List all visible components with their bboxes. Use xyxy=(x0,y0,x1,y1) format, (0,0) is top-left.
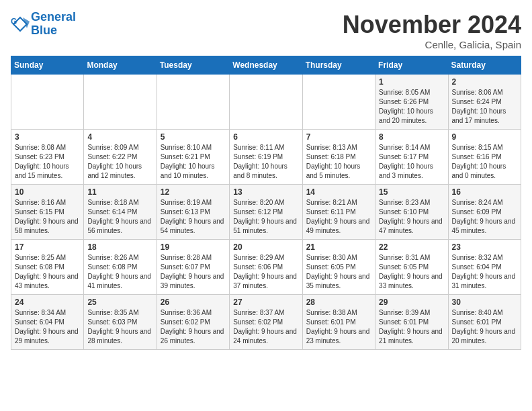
day-number: 12 xyxy=(161,187,226,197)
day-info: Sunrise: 8:39 AM Sunset: 6:01 PM Dayligh… xyxy=(379,308,444,346)
table-row: 20Sunrise: 8:29 AM Sunset: 6:06 PM Dayli… xyxy=(230,240,302,295)
day-number: 28 xyxy=(306,298,371,307)
day-info: Sunrise: 8:29 AM Sunset: 6:06 PM Dayligh… xyxy=(233,253,298,291)
day-info: Sunrise: 8:24 AM Sunset: 6:09 PM Dayligh… xyxy=(452,198,517,236)
table-row: 15Sunrise: 8:23 AM Sunset: 6:10 PM Dayli… xyxy=(375,185,448,240)
day-number: 3 xyxy=(15,132,80,142)
day-number: 15 xyxy=(379,187,444,197)
day-number: 18 xyxy=(87,242,152,252)
col-saturday: Saturday xyxy=(448,56,521,75)
day-info: Sunrise: 8:37 AM Sunset: 6:02 PM Dayligh… xyxy=(233,308,298,346)
day-number: 13 xyxy=(233,187,298,197)
location: Cenlle, Galicia, Spain xyxy=(343,39,521,50)
day-number: 26 xyxy=(161,298,226,307)
day-number: 1 xyxy=(379,77,444,87)
table-row: 9Sunrise: 8:15 AM Sunset: 6:16 PM Daylig… xyxy=(448,130,521,185)
day-info: Sunrise: 8:19 AM Sunset: 6:13 PM Dayligh… xyxy=(161,198,226,236)
col-thursday: Thursday xyxy=(302,56,375,75)
table-row xyxy=(157,75,229,130)
day-info: Sunrise: 8:10 AM Sunset: 6:21 PM Dayligh… xyxy=(161,143,226,181)
day-info: Sunrise: 8:15 AM Sunset: 6:16 PM Dayligh… xyxy=(452,143,517,181)
table-row: 4Sunrise: 8:09 AM Sunset: 6:22 PM Daylig… xyxy=(84,130,157,185)
table-row: 16Sunrise: 8:24 AM Sunset: 6:09 PM Dayli… xyxy=(448,185,521,240)
day-info: Sunrise: 8:05 AM Sunset: 6:26 PM Dayligh… xyxy=(379,88,444,126)
table-row: 21Sunrise: 8:30 AM Sunset: 6:05 PM Dayli… xyxy=(302,240,375,295)
day-info: Sunrise: 8:30 AM Sunset: 6:05 PM Dayligh… xyxy=(306,253,371,291)
day-number: 6 xyxy=(233,132,298,142)
logo-line1: General xyxy=(31,10,76,24)
col-wednesday: Wednesday xyxy=(230,56,302,75)
table-row: 18Sunrise: 8:26 AM Sunset: 6:08 PM Dayli… xyxy=(84,240,157,295)
table-row: 28Sunrise: 8:38 AM Sunset: 6:01 PM Dayli… xyxy=(302,295,375,350)
day-number: 20 xyxy=(233,242,298,252)
day-info: Sunrise: 8:26 AM Sunset: 6:08 PM Dayligh… xyxy=(87,253,152,291)
table-row: 2Sunrise: 8:06 AM Sunset: 6:24 PM Daylig… xyxy=(448,75,521,130)
day-info: Sunrise: 8:34 AM Sunset: 6:04 PM Dayligh… xyxy=(15,308,80,346)
day-info: Sunrise: 8:18 AM Sunset: 6:14 PM Dayligh… xyxy=(87,198,152,236)
day-info: Sunrise: 8:09 AM Sunset: 6:22 PM Dayligh… xyxy=(87,143,152,181)
day-info: Sunrise: 8:36 AM Sunset: 6:02 PM Dayligh… xyxy=(161,308,226,346)
table-row: 14Sunrise: 8:21 AM Sunset: 6:11 PM Dayli… xyxy=(302,185,375,240)
day-info: Sunrise: 8:28 AM Sunset: 6:07 PM Dayligh… xyxy=(161,253,226,291)
day-number: 14 xyxy=(306,187,371,197)
table-row xyxy=(84,75,157,130)
calendar-week-row: 24Sunrise: 8:34 AM Sunset: 6:04 PM Dayli… xyxy=(11,295,521,350)
table-row xyxy=(302,75,375,130)
page-header: G General Blue November 2024 Cenlle, Gal… xyxy=(11,11,521,50)
col-sunday: Sunday xyxy=(11,56,84,75)
table-row: 6Sunrise: 8:11 AM Sunset: 6:19 PM Daylig… xyxy=(230,130,302,185)
day-info: Sunrise: 8:14 AM Sunset: 6:17 PM Dayligh… xyxy=(379,143,444,181)
day-info: Sunrise: 8:38 AM Sunset: 6:01 PM Dayligh… xyxy=(306,308,371,346)
day-info: Sunrise: 8:40 AM Sunset: 6:01 PM Dayligh… xyxy=(452,308,517,346)
day-number: 16 xyxy=(452,187,517,197)
day-number: 17 xyxy=(15,242,80,252)
day-number: 5 xyxy=(161,132,226,142)
day-number: 9 xyxy=(452,132,517,142)
calendar-week-row: 10Sunrise: 8:16 AM Sunset: 6:15 PM Dayli… xyxy=(11,185,521,240)
table-row: 7Sunrise: 8:13 AM Sunset: 6:18 PM Daylig… xyxy=(302,130,375,185)
day-info: Sunrise: 8:23 AM Sunset: 6:10 PM Dayligh… xyxy=(379,198,444,236)
day-info: Sunrise: 8:35 AM Sunset: 6:03 PM Dayligh… xyxy=(87,308,152,346)
day-number: 19 xyxy=(161,242,226,252)
day-number: 21 xyxy=(306,242,371,252)
table-row: 12Sunrise: 8:19 AM Sunset: 6:13 PM Dayli… xyxy=(157,185,229,240)
calendar-week-row: 17Sunrise: 8:25 AM Sunset: 6:08 PM Dayli… xyxy=(11,240,521,295)
logo: G General Blue xyxy=(11,11,76,38)
day-number: 30 xyxy=(452,298,517,307)
day-number: 8 xyxy=(379,132,444,142)
logo-line2: Blue xyxy=(31,24,57,37)
day-number: 22 xyxy=(379,242,444,252)
table-row: 27Sunrise: 8:37 AM Sunset: 6:02 PM Dayli… xyxy=(230,295,302,350)
table-row: 23Sunrise: 8:32 AM Sunset: 6:04 PM Dayli… xyxy=(448,240,521,295)
day-number: 7 xyxy=(306,132,371,142)
col-monday: Monday xyxy=(84,56,157,75)
table-row: 24Sunrise: 8:34 AM Sunset: 6:04 PM Dayli… xyxy=(11,295,84,350)
table-row: 29Sunrise: 8:39 AM Sunset: 6:01 PM Dayli… xyxy=(375,295,448,350)
table-row: 13Sunrise: 8:20 AM Sunset: 6:12 PM Dayli… xyxy=(230,185,302,240)
day-info: Sunrise: 8:13 AM Sunset: 6:18 PM Dayligh… xyxy=(306,143,371,181)
day-number: 25 xyxy=(87,298,152,307)
col-friday: Friday xyxy=(375,56,448,75)
logo-icon: G xyxy=(11,15,30,34)
table-row: 11Sunrise: 8:18 AM Sunset: 6:14 PM Dayli… xyxy=(84,185,157,240)
day-info: Sunrise: 8:21 AM Sunset: 6:11 PM Dayligh… xyxy=(306,198,371,236)
table-row: 30Sunrise: 8:40 AM Sunset: 6:01 PM Dayli… xyxy=(448,295,521,350)
table-row: 5Sunrise: 8:10 AM Sunset: 6:21 PM Daylig… xyxy=(157,130,229,185)
table-row: 25Sunrise: 8:35 AM Sunset: 6:03 PM Dayli… xyxy=(84,295,157,350)
table-row: 1Sunrise: 8:05 AM Sunset: 6:26 PM Daylig… xyxy=(375,75,448,130)
day-number: 11 xyxy=(87,187,152,197)
calendar-week-row: 3Sunrise: 8:08 AM Sunset: 6:23 PM Daylig… xyxy=(11,130,521,185)
day-info: Sunrise: 8:25 AM Sunset: 6:08 PM Dayligh… xyxy=(15,253,80,291)
title-block: November 2024 Cenlle, Galicia, Spain xyxy=(343,11,521,50)
table-row: 26Sunrise: 8:36 AM Sunset: 6:02 PM Dayli… xyxy=(157,295,229,350)
day-number: 23 xyxy=(452,242,517,252)
calendar-header-row: Sunday Monday Tuesday Wednesday Thursday… xyxy=(11,56,521,75)
day-number: 29 xyxy=(379,298,444,307)
table-row: 17Sunrise: 8:25 AM Sunset: 6:08 PM Dayli… xyxy=(11,240,84,295)
col-tuesday: Tuesday xyxy=(157,56,229,75)
day-number: 24 xyxy=(15,298,80,307)
day-number: 2 xyxy=(452,77,517,87)
day-number: 27 xyxy=(233,298,298,307)
day-info: Sunrise: 8:06 AM Sunset: 6:24 PM Dayligh… xyxy=(452,88,517,126)
table-row: 10Sunrise: 8:16 AM Sunset: 6:15 PM Dayli… xyxy=(11,185,84,240)
